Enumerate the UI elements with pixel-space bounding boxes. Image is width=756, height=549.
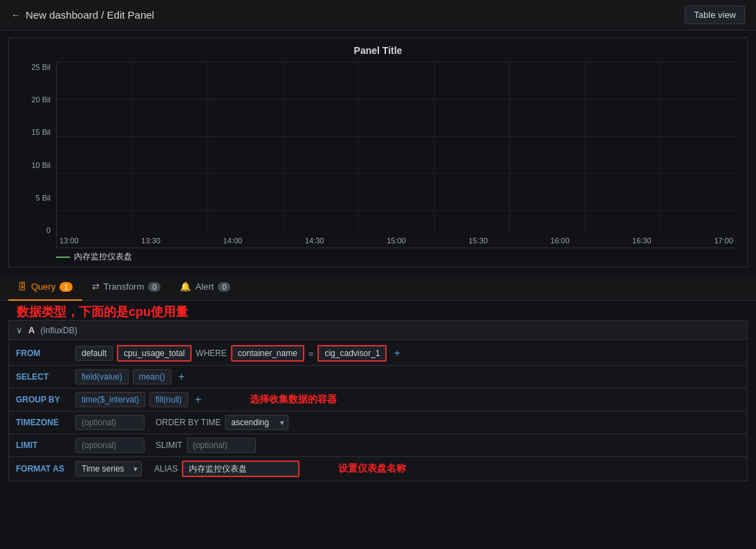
slimit-input[interactable] xyxy=(187,438,256,453)
x-axis-label: 16:00 xyxy=(551,236,570,245)
tab-transform-badge: 0 xyxy=(148,282,160,292)
v-grid-line xyxy=(283,62,284,234)
legend-color xyxy=(56,257,70,258)
tab-alert-badge: 0 xyxy=(218,282,230,292)
format-row: FORMAT AS Time series Table ALIAS 设置仪表盘名… xyxy=(8,457,748,481)
timezone-row: TIMEZONE ORDER BY TIME ascending descend… xyxy=(8,411,748,434)
slimit-label: SLIMIT xyxy=(156,440,183,450)
table-view-button[interactable]: Table view xyxy=(685,6,745,24)
from-table-pill[interactable]: cpu_usage_total xyxy=(117,345,192,362)
x-axis-label: 17:00 xyxy=(714,236,733,245)
grid-line xyxy=(57,173,736,174)
timezone-input[interactable] xyxy=(75,415,145,430)
select-func-pill[interactable]: mean() xyxy=(133,369,172,384)
format-select-wrapper: Time series Table xyxy=(75,461,142,476)
grid-line xyxy=(57,62,736,62)
db-icon: 🗄 xyxy=(18,281,27,292)
v-grid-line xyxy=(660,62,661,234)
x-axis-label: 14:00 xyxy=(223,236,243,245)
limit-input[interactable] xyxy=(75,438,145,453)
y-axis-label: 15 Bil xyxy=(31,128,50,136)
groupby-fill-pill[interactable]: fill(null) xyxy=(149,392,188,407)
header-actions: Table view xyxy=(685,6,745,24)
tab-alert-label: Alert xyxy=(195,281,214,292)
y-axis-label: 0 xyxy=(46,226,50,234)
limit-label: LIMIT xyxy=(16,440,71,450)
chart-title: Panel Title xyxy=(20,45,736,56)
query-letter: A xyxy=(28,325,35,335)
x-axis-label: 16:30 xyxy=(632,236,652,245)
from-label: FROM xyxy=(16,348,71,358)
where-field1-pill[interactable]: container_name xyxy=(231,345,304,362)
v-grid-line xyxy=(434,62,434,234)
x-axis-label: 15:30 xyxy=(468,236,488,245)
v-grid-line xyxy=(208,62,208,234)
tab-transform-label: Transform xyxy=(104,281,145,292)
query-collapse-btn[interactable]: ∨ xyxy=(16,325,23,335)
query-header: ∨ A (InfluxDB) xyxy=(8,320,748,340)
select-row: SELECT field(value) mean() + xyxy=(8,366,748,389)
tab-query-badge: 1 xyxy=(59,282,72,292)
y-axis: 25 Bil 20 Bil 15 Bil 10 Bil 5 Bil 0 xyxy=(20,62,56,248)
order-by-wrapper: ascending descending xyxy=(225,415,288,430)
grid-line xyxy=(57,136,736,137)
y-axis-label: 25 Bil xyxy=(31,63,50,71)
x-axis: 13:00 13:30 14:00 14:30 15:00 15:30 16:0… xyxy=(57,234,736,248)
tabs-bar: 🗄 Query 1 ⇄ Transform 0 🔔 Alert 0 xyxy=(0,274,756,301)
from-default-pill[interactable]: default xyxy=(75,346,113,361)
limit-row: LIMIT SLIMIT xyxy=(8,434,748,457)
legend-label: 内存监控仪表盘 xyxy=(74,251,132,263)
tab-query-label: Query xyxy=(31,281,55,292)
annotation2-text: 选择收集数据的容器 xyxy=(250,393,337,406)
chart-area: 25 Bil 20 Bil 15 Bil 10 Bil 5 Bil 0 xyxy=(20,62,736,248)
groupby-label: GROUP BY xyxy=(16,395,71,404)
grid-line xyxy=(57,210,736,211)
annotation1-area: 数据类型，下面的是cpu使用量 xyxy=(8,301,748,320)
page-title: New dashboard / Edit Panel xyxy=(26,9,154,21)
where-keyword: WHERE xyxy=(196,348,227,358)
v-grid-line xyxy=(509,62,510,234)
annotation3-text: 设置仪表盘名称 xyxy=(338,463,406,475)
tab-query[interactable]: 🗄 Query 1 xyxy=(8,274,82,301)
timezone-label: TIMEZONE xyxy=(16,418,71,427)
v-grid-line xyxy=(358,62,359,234)
header: ← New dashboard / Edit Panel Table view xyxy=(0,0,756,30)
x-axis-label: 13:00 xyxy=(59,236,79,245)
format-as-label: FORMAT AS xyxy=(16,464,71,474)
chart-plot: 13:00 13:30 14:00 14:30 15:00 15:30 16:0… xyxy=(56,62,736,248)
query-section: 数据类型，下面的是cpu使用量 ∨ A (InfluxDB) FROM defa… xyxy=(0,301,756,487)
x-axis-label: 13:30 xyxy=(141,236,160,245)
chart-legend: 内存监控仪表盘 xyxy=(20,251,736,263)
groupby-time-pill[interactable]: time($_interval) xyxy=(75,392,145,407)
alias-label: ALIAS xyxy=(154,464,178,474)
where-field2-pill[interactable]: cig_cadvisor_1 xyxy=(317,345,387,362)
v-grid-line xyxy=(584,62,585,234)
format-as-select[interactable]: Time series Table xyxy=(75,461,142,476)
order-by-select[interactable]: ascending descending xyxy=(225,415,288,430)
chart-panel: Panel Title 25 Bil 20 Bil 15 Bil 10 Bil … xyxy=(8,37,748,268)
v-grid-line xyxy=(132,62,133,234)
from-add-button[interactable]: + xyxy=(391,347,403,360)
y-axis-label: 10 Bil xyxy=(31,161,50,169)
query-datasource: (InfluxDB) xyxy=(40,326,77,335)
select-field-pill[interactable]: field(value) xyxy=(75,369,129,384)
transform-icon: ⇄ xyxy=(92,281,100,292)
order-by-label: ORDER BY TIME xyxy=(156,418,221,427)
x-axis-label: 15:00 xyxy=(387,236,406,245)
y-axis-label: 5 Bil xyxy=(36,194,50,202)
alias-input[interactable] xyxy=(182,460,299,477)
y-axis-label: 20 Bil xyxy=(31,95,50,104)
groupby-add-button[interactable]: + xyxy=(192,393,204,406)
select-add-button[interactable]: + xyxy=(176,371,187,383)
back-arrow-icon: ← xyxy=(11,10,20,20)
tab-transform[interactable]: ⇄ Transform 0 xyxy=(82,274,171,301)
from-row: FROM default cpu_usage_total WHERE conta… xyxy=(8,342,748,366)
tab-alert[interactable]: 🔔 Alert 0 xyxy=(170,274,240,301)
x-axis-label: 14:30 xyxy=(305,236,324,245)
select-label: SELECT xyxy=(16,372,71,382)
groupby-row: GROUP BY time($_interval) fill(null) + 选… xyxy=(8,389,748,411)
equals-sign: = xyxy=(308,348,314,359)
alert-icon: 🔔 xyxy=(180,281,191,292)
back-button[interactable]: ← New dashboard / Edit Panel xyxy=(11,9,154,21)
annotation1-text: 数据类型，下面的是cpu使用量 xyxy=(17,305,188,319)
